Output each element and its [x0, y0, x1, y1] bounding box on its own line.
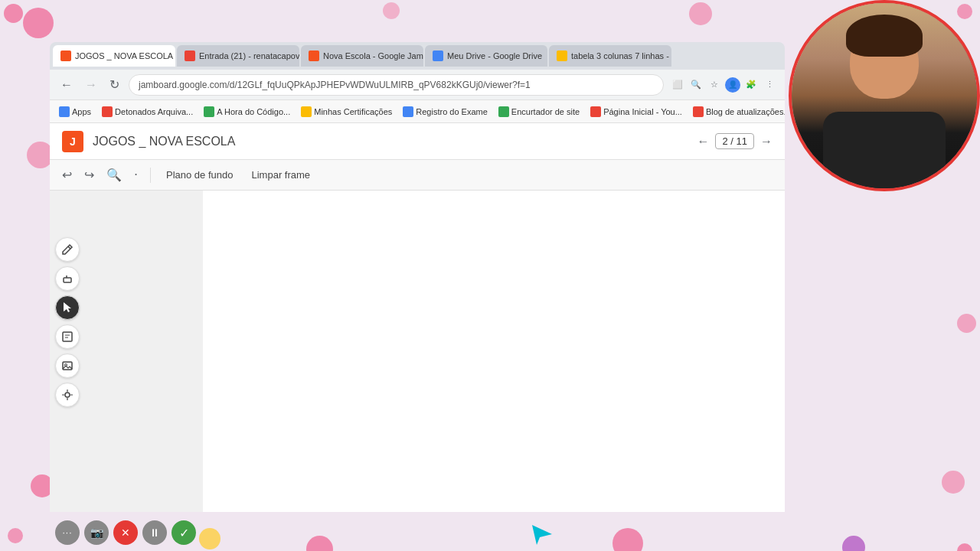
bookmark-hora-label: A Hora do Código...	[217, 107, 290, 116]
confirm-icon: ✓	[179, 526, 189, 540]
webcam-person	[792, 3, 977, 188]
tab-bar: JOGOS _ NOVA ESCOLA - Goo... ✕ Entrada (…	[50, 42, 785, 70]
tab-favicon-3	[309, 51, 319, 61]
registro-bookmark-icon	[403, 106, 413, 117]
bookmark-pagina-label: Página Inicial - You...	[603, 107, 682, 116]
video-icon: 📷	[90, 527, 103, 539]
cast-icon[interactable]: ⬜	[670, 77, 685, 93]
eraser-tool-button[interactable]	[55, 266, 80, 291]
tab-tabela[interactable]: tabela 3 colunas 7 linhas - Pe... ✕	[549, 45, 671, 67]
tab-title-5: tabela 3 colunas 7 linhas - Pe...	[571, 51, 671, 60]
svg-marker-2	[64, 302, 71, 312]
detonados-bookmark-icon	[102, 106, 113, 117]
reload-button[interactable]: ↻	[106, 74, 122, 95]
bookmark-encurtador[interactable]: Encurtador de site	[495, 105, 583, 119]
back-button[interactable]: ←	[57, 75, 76, 95]
tab-title-3: Nova Escola - Google Jambo...	[323, 51, 423, 60]
bookmark-registro-label: Registro do Exame	[416, 107, 488, 116]
more-icon: ···	[62, 527, 72, 538]
video-button[interactable]: 📷	[84, 520, 109, 545]
svg-marker-0	[532, 525, 552, 545]
browser-window: JOGOS _ NOVA ESCOLA - Goo... ✕ Entrada (…	[50, 42, 785, 512]
tab-title-2: Entrada (21) - renatacapovilla...	[199, 51, 299, 60]
app-title: JOGOS _ NOVA ESCOLA	[93, 135, 688, 148]
bookmark-detonados-label: Detonados Arquiva...	[115, 107, 193, 116]
clear-frame-button[interactable]: Limpar frame	[245, 166, 316, 184]
bookmark-hora[interactable]: A Hora do Código...	[201, 105, 293, 119]
bookmark-detonados[interactable]: Detonados Arquiva...	[99, 105, 196, 119]
close-session-button[interactable]: ✕	[113, 520, 138, 545]
toolbar-separator-1	[150, 168, 151, 183]
zoom-options-button[interactable]: ⋅	[131, 165, 141, 185]
select-tool-button[interactable]	[55, 295, 80, 320]
hora-bookmark-icon	[204, 106, 214, 117]
tab-jogos-nova-escola[interactable]: JOGOS _ NOVA ESCOLA - Goo... ✕	[53, 45, 175, 67]
confirm-button[interactable]: ✓	[172, 520, 196, 545]
pagina-bookmark-icon	[590, 106, 601, 117]
bookmark-registro[interactable]: Registro do Exame	[400, 105, 491, 119]
bookmark-apps-label: Apps	[72, 107, 91, 116]
bookmark-blog[interactable]: Blog de atualizações...	[690, 105, 785, 119]
profile-icon[interactable]: 👤	[725, 77, 740, 93]
laser-tool-button[interactable]	[55, 383, 80, 407]
browser-toolbar-icons: ⬜ 🔍 ☆ 👤 🧩 ⋮	[670, 77, 777, 93]
url-text: jamboard.google.com/d/12GLf_fqUuQPkApJPH…	[139, 80, 531, 90]
slide-counter: 2 / 11	[715, 133, 754, 149]
tab-favicon-5	[557, 51, 567, 61]
image-tool-button[interactable]	[55, 354, 80, 378]
cert-bookmark-icon	[301, 106, 312, 117]
bookmarks-bar: Apps Detonados Arquiva... A Hora do Códi…	[50, 100, 785, 123]
app-logo-letter: J	[70, 135, 76, 148]
bookmark-encurtador-label: Encurtador de site	[511, 107, 580, 116]
jamboard-logo: J	[62, 131, 83, 152]
pause-button[interactable]: ⏸	[142, 520, 167, 545]
canvas-cursor	[531, 523, 554, 546]
bookmark-icon[interactable]: ☆	[707, 77, 722, 93]
tab-nova-escola-jamboard[interactable]: Nova Escola - Google Jambo... ✕	[301, 45, 423, 67]
webcam-overlay	[789, 0, 980, 191]
encurtador-bookmark-icon	[498, 106, 509, 117]
apps-bookmark-icon	[59, 106, 70, 117]
canvas-area[interactable]	[203, 191, 785, 512]
slide-nav: ← 2 / 11 →	[697, 133, 773, 149]
zoom-button[interactable]: 🔍	[103, 165, 125, 185]
tab-entrada[interactable]: Entrada (21) - renatacapovilla... ✕	[177, 45, 299, 67]
undo-button[interactable]: ↩	[59, 165, 75, 185]
svg-rect-1	[64, 278, 71, 282]
bookmark-cert[interactable]: Minhas Certificações	[298, 105, 395, 119]
svg-point-6	[65, 393, 70, 397]
next-slide-button[interactable]: →	[760, 135, 773, 148]
redo-button[interactable]: ↪	[81, 165, 97, 185]
tab-title-4: Meu Drive - Google Drive	[447, 51, 542, 60]
address-bar: ← → ↻ jamboard.google.com/d/12GLf_fqUuQP…	[50, 70, 785, 100]
bookmark-cert-label: Minhas Certificações	[314, 107, 392, 116]
sticky-note-tool-button[interactable]	[55, 324, 80, 349]
app-header: J JOGOS _ NOVA ESCOLA ← 2 / 11 →	[50, 123, 785, 160]
pen-tool-button[interactable]	[55, 237, 80, 262]
jamboard-toolbar: ↩ ↪ 🔍 ⋅ Plano de fundo Limpar frame	[50, 160, 785, 191]
svg-rect-3	[63, 332, 72, 341]
bookmark-pagina[interactable]: Página Inicial - You...	[587, 105, 685, 119]
pause-icon: ⏸	[149, 527, 160, 539]
tab-favicon-1	[60, 51, 71, 61]
bookmark-apps[interactable]: Apps	[56, 105, 94, 119]
background-button[interactable]: Plano de fundo	[160, 166, 239, 184]
zoom-icon[interactable]: 🔍	[688, 77, 704, 93]
webcam-feed	[792, 3, 977, 188]
tab-favicon-4	[433, 51, 443, 61]
forward-button[interactable]: →	[82, 75, 100, 95]
prev-slide-button[interactable]: ←	[697, 135, 709, 148]
extension-icon[interactable]: 🧩	[743, 77, 759, 93]
main-area	[50, 191, 785, 512]
tab-meu-drive[interactable]: Meu Drive - Google Drive ✕	[425, 45, 547, 67]
url-bar[interactable]: jamboard.google.com/d/12GLf_fqUuQPkApJPH…	[129, 74, 664, 96]
close-icon: ✕	[121, 527, 130, 539]
tab-title-1: JOGOS _ NOVA ESCOLA - Goo...	[75, 51, 175, 60]
blog-bookmark-icon	[693, 106, 704, 117]
left-toolbar	[55, 237, 80, 407]
tab-favicon-2	[185, 51, 195, 61]
svg-rect-4	[63, 362, 72, 370]
bottom-control-bar: ··· 📷 ✕ ⏸ ✓	[55, 520, 196, 545]
more-icon[interactable]: ⋮	[762, 77, 777, 93]
more-options-button[interactable]: ···	[55, 520, 80, 545]
